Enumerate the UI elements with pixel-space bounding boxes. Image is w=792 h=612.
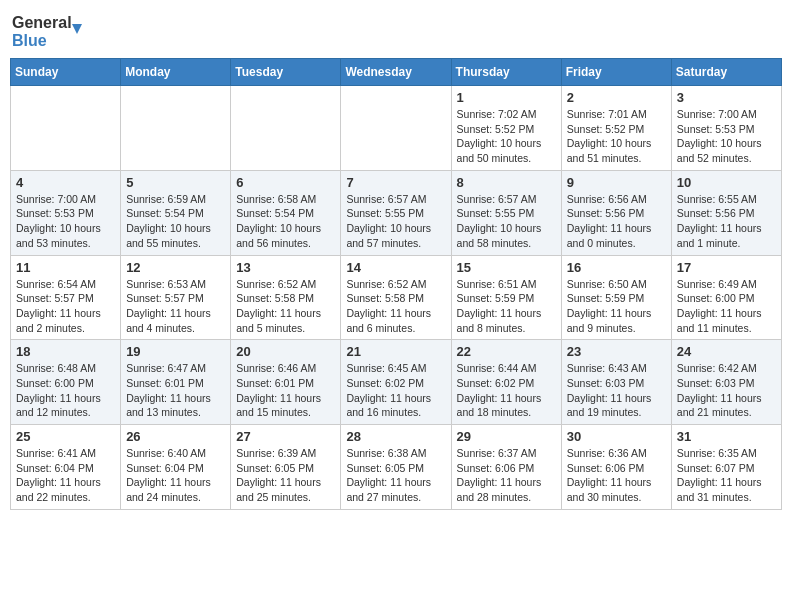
calendar-day-cell: 1Sunrise: 7:02 AM Sunset: 5:52 PM Daylig… xyxy=(451,86,561,171)
day-number: 13 xyxy=(236,260,335,275)
calendar-day-cell xyxy=(341,86,451,171)
calendar-day-cell: 29Sunrise: 6:37 AM Sunset: 6:06 PM Dayli… xyxy=(451,425,561,510)
day-number: 7 xyxy=(346,175,445,190)
logo: GeneralBlue xyxy=(10,10,90,50)
day-number: 14 xyxy=(346,260,445,275)
day-number: 27 xyxy=(236,429,335,444)
day-number: 24 xyxy=(677,344,776,359)
day-info: Sunrise: 6:52 AM Sunset: 5:58 PM Dayligh… xyxy=(346,277,445,336)
calendar-body: 1Sunrise: 7:02 AM Sunset: 5:52 PM Daylig… xyxy=(11,86,782,510)
day-number: 8 xyxy=(457,175,556,190)
weekday-header: Friday xyxy=(561,59,671,86)
day-number: 18 xyxy=(16,344,115,359)
day-info: Sunrise: 6:55 AM Sunset: 5:56 PM Dayligh… xyxy=(677,192,776,251)
day-info: Sunrise: 6:43 AM Sunset: 6:03 PM Dayligh… xyxy=(567,361,666,420)
calendar-day-cell: 22Sunrise: 6:44 AM Sunset: 6:02 PM Dayli… xyxy=(451,340,561,425)
calendar-day-cell: 10Sunrise: 6:55 AM Sunset: 5:56 PM Dayli… xyxy=(671,170,781,255)
day-info: Sunrise: 6:54 AM Sunset: 5:57 PM Dayligh… xyxy=(16,277,115,336)
weekday-header: Monday xyxy=(121,59,231,86)
calendar-day-cell: 7Sunrise: 6:57 AM Sunset: 5:55 PM Daylig… xyxy=(341,170,451,255)
day-number: 26 xyxy=(126,429,225,444)
calendar-day-cell: 26Sunrise: 6:40 AM Sunset: 6:04 PM Dayli… xyxy=(121,425,231,510)
weekday-header: Sunday xyxy=(11,59,121,86)
calendar-day-cell: 25Sunrise: 6:41 AM Sunset: 6:04 PM Dayli… xyxy=(11,425,121,510)
calendar-day-cell xyxy=(11,86,121,171)
calendar-header: SundayMondayTuesdayWednesdayThursdayFrid… xyxy=(11,59,782,86)
day-number: 6 xyxy=(236,175,335,190)
calendar-day-cell: 12Sunrise: 6:53 AM Sunset: 5:57 PM Dayli… xyxy=(121,255,231,340)
calendar-day-cell: 4Sunrise: 7:00 AM Sunset: 5:53 PM Daylig… xyxy=(11,170,121,255)
day-info: Sunrise: 6:36 AM Sunset: 6:06 PM Dayligh… xyxy=(567,446,666,505)
day-info: Sunrise: 6:57 AM Sunset: 5:55 PM Dayligh… xyxy=(346,192,445,251)
day-number: 28 xyxy=(346,429,445,444)
calendar-table: SundayMondayTuesdayWednesdayThursdayFrid… xyxy=(10,58,782,510)
calendar-week-row: 4Sunrise: 7:00 AM Sunset: 5:53 PM Daylig… xyxy=(11,170,782,255)
calendar-day-cell: 5Sunrise: 6:59 AM Sunset: 5:54 PM Daylig… xyxy=(121,170,231,255)
day-number: 5 xyxy=(126,175,225,190)
calendar-day-cell: 27Sunrise: 6:39 AM Sunset: 6:05 PM Dayli… xyxy=(231,425,341,510)
calendar-day-cell: 16Sunrise: 6:50 AM Sunset: 5:59 PM Dayli… xyxy=(561,255,671,340)
day-info: Sunrise: 6:49 AM Sunset: 6:00 PM Dayligh… xyxy=(677,277,776,336)
day-number: 31 xyxy=(677,429,776,444)
calendar-day-cell: 30Sunrise: 6:36 AM Sunset: 6:06 PM Dayli… xyxy=(561,425,671,510)
day-number: 19 xyxy=(126,344,225,359)
weekday-header: Saturday xyxy=(671,59,781,86)
day-info: Sunrise: 6:57 AM Sunset: 5:55 PM Dayligh… xyxy=(457,192,556,251)
day-info: Sunrise: 6:47 AM Sunset: 6:01 PM Dayligh… xyxy=(126,361,225,420)
calendar-day-cell: 11Sunrise: 6:54 AM Sunset: 5:57 PM Dayli… xyxy=(11,255,121,340)
day-number: 4 xyxy=(16,175,115,190)
svg-text:General: General xyxy=(12,14,72,31)
day-number: 12 xyxy=(126,260,225,275)
calendar-day-cell: 24Sunrise: 6:42 AM Sunset: 6:03 PM Dayli… xyxy=(671,340,781,425)
calendar-day-cell: 19Sunrise: 6:47 AM Sunset: 6:01 PM Dayli… xyxy=(121,340,231,425)
logo-icon: GeneralBlue xyxy=(10,10,90,50)
day-number: 29 xyxy=(457,429,556,444)
day-info: Sunrise: 6:56 AM Sunset: 5:56 PM Dayligh… xyxy=(567,192,666,251)
day-info: Sunrise: 6:48 AM Sunset: 6:00 PM Dayligh… xyxy=(16,361,115,420)
day-info: Sunrise: 6:42 AM Sunset: 6:03 PM Dayligh… xyxy=(677,361,776,420)
day-number: 30 xyxy=(567,429,666,444)
day-number: 25 xyxy=(16,429,115,444)
calendar-day-cell: 17Sunrise: 6:49 AM Sunset: 6:00 PM Dayli… xyxy=(671,255,781,340)
calendar-day-cell: 18Sunrise: 6:48 AM Sunset: 6:00 PM Dayli… xyxy=(11,340,121,425)
calendar-week-row: 25Sunrise: 6:41 AM Sunset: 6:04 PM Dayli… xyxy=(11,425,782,510)
day-info: Sunrise: 6:38 AM Sunset: 6:05 PM Dayligh… xyxy=(346,446,445,505)
calendar-day-cell: 31Sunrise: 6:35 AM Sunset: 6:07 PM Dayli… xyxy=(671,425,781,510)
svg-marker-2 xyxy=(72,24,82,34)
calendar-week-row: 18Sunrise: 6:48 AM Sunset: 6:00 PM Dayli… xyxy=(11,340,782,425)
calendar-day-cell: 3Sunrise: 7:00 AM Sunset: 5:53 PM Daylig… xyxy=(671,86,781,171)
calendar-day-cell: 20Sunrise: 6:46 AM Sunset: 6:01 PM Dayli… xyxy=(231,340,341,425)
day-number: 11 xyxy=(16,260,115,275)
day-info: Sunrise: 6:51 AM Sunset: 5:59 PM Dayligh… xyxy=(457,277,556,336)
day-number: 10 xyxy=(677,175,776,190)
day-info: Sunrise: 6:40 AM Sunset: 6:04 PM Dayligh… xyxy=(126,446,225,505)
day-number: 17 xyxy=(677,260,776,275)
day-info: Sunrise: 6:46 AM Sunset: 6:01 PM Dayligh… xyxy=(236,361,335,420)
calendar-day-cell: 15Sunrise: 6:51 AM Sunset: 5:59 PM Dayli… xyxy=(451,255,561,340)
day-number: 23 xyxy=(567,344,666,359)
day-info: Sunrise: 6:59 AM Sunset: 5:54 PM Dayligh… xyxy=(126,192,225,251)
calendar-day-cell: 2Sunrise: 7:01 AM Sunset: 5:52 PM Daylig… xyxy=(561,86,671,171)
page-header: GeneralBlue xyxy=(10,10,782,50)
day-info: Sunrise: 6:45 AM Sunset: 6:02 PM Dayligh… xyxy=(346,361,445,420)
day-info: Sunrise: 6:37 AM Sunset: 6:06 PM Dayligh… xyxy=(457,446,556,505)
weekday-row: SundayMondayTuesdayWednesdayThursdayFrid… xyxy=(11,59,782,86)
day-info: Sunrise: 7:00 AM Sunset: 5:53 PM Dayligh… xyxy=(677,107,776,166)
svg-text:Blue: Blue xyxy=(12,32,47,49)
day-info: Sunrise: 7:00 AM Sunset: 5:53 PM Dayligh… xyxy=(16,192,115,251)
day-info: Sunrise: 6:35 AM Sunset: 6:07 PM Dayligh… xyxy=(677,446,776,505)
calendar-week-row: 1Sunrise: 7:02 AM Sunset: 5:52 PM Daylig… xyxy=(11,86,782,171)
calendar-day-cell: 13Sunrise: 6:52 AM Sunset: 5:58 PM Dayli… xyxy=(231,255,341,340)
day-number: 21 xyxy=(346,344,445,359)
weekday-header: Tuesday xyxy=(231,59,341,86)
day-info: Sunrise: 6:41 AM Sunset: 6:04 PM Dayligh… xyxy=(16,446,115,505)
day-info: Sunrise: 7:01 AM Sunset: 5:52 PM Dayligh… xyxy=(567,107,666,166)
calendar-day-cell xyxy=(121,86,231,171)
day-number: 1 xyxy=(457,90,556,105)
calendar-day-cell: 23Sunrise: 6:43 AM Sunset: 6:03 PM Dayli… xyxy=(561,340,671,425)
day-info: Sunrise: 6:58 AM Sunset: 5:54 PM Dayligh… xyxy=(236,192,335,251)
day-number: 9 xyxy=(567,175,666,190)
day-info: Sunrise: 6:53 AM Sunset: 5:57 PM Dayligh… xyxy=(126,277,225,336)
day-number: 15 xyxy=(457,260,556,275)
day-number: 16 xyxy=(567,260,666,275)
